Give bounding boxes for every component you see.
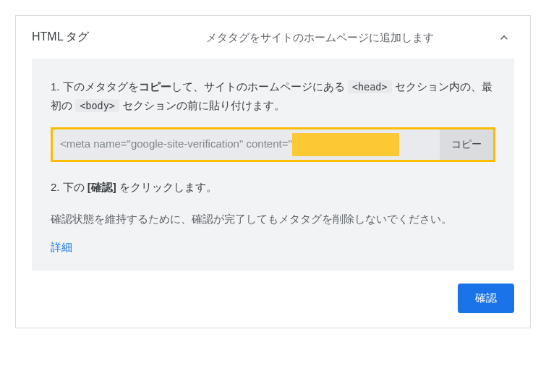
step1-prefix: 1. 下のメタタグを bbox=[51, 80, 139, 93]
details-link[interactable]: 詳細 bbox=[51, 241, 72, 255]
verification-method-card: HTML タグ メタタグをサイトのホームページに追加します 1. 下のメタタグを… bbox=[15, 15, 531, 328]
instructions-panel: 1. 下のメタタグをコピーして、サイトのホームページにある <head> セクシ… bbox=[32, 59, 514, 270]
step1-suffix: セクションの前に貼り付けます。 bbox=[122, 99, 285, 111]
step2-bold: [確認] bbox=[88, 181, 116, 193]
meta-tag-text[interactable]: <meta name="google-site-verification" co… bbox=[53, 133, 440, 156]
meta-tag-visible: <meta name="google-site-verification" co… bbox=[60, 137, 292, 150]
meta-tag-box: <meta name="google-site-verification" co… bbox=[51, 127, 495, 162]
method-title: HTML タグ bbox=[32, 30, 195, 45]
copy-button[interactable]: コピー bbox=[440, 129, 493, 160]
step-2: 2. 下の [確認] をクリックします。 bbox=[51, 178, 495, 197]
step-1: 1. 下のメタタグをコピーして、サイトのホームページにある <head> セクシ… bbox=[51, 77, 495, 114]
step1-mid1: して、サイトのホームページにある bbox=[171, 80, 345, 93]
collapse-button[interactable] bbox=[494, 30, 514, 45]
retention-note: 確認状態を維持するために、確認が完了してもメタタグを削除しないでください。 bbox=[51, 210, 495, 229]
code-body: <body> bbox=[75, 99, 119, 112]
code-head: <head> bbox=[348, 80, 392, 93]
step2-suffix: をクリックします。 bbox=[116, 181, 217, 193]
redacted-token bbox=[292, 133, 399, 156]
step1-bold: コピー bbox=[139, 80, 171, 93]
step2-prefix: 2. 下の bbox=[51, 181, 88, 193]
method-description: メタタグをサイトのホームページに追加します bbox=[206, 29, 482, 46]
card-footer: 確認 bbox=[16, 284, 530, 328]
card-header[interactable]: HTML タグ メタタグをサイトのホームページに追加します bbox=[16, 16, 530, 59]
verify-button[interactable]: 確認 bbox=[458, 284, 514, 313]
chevron-up-icon bbox=[497, 30, 511, 45]
